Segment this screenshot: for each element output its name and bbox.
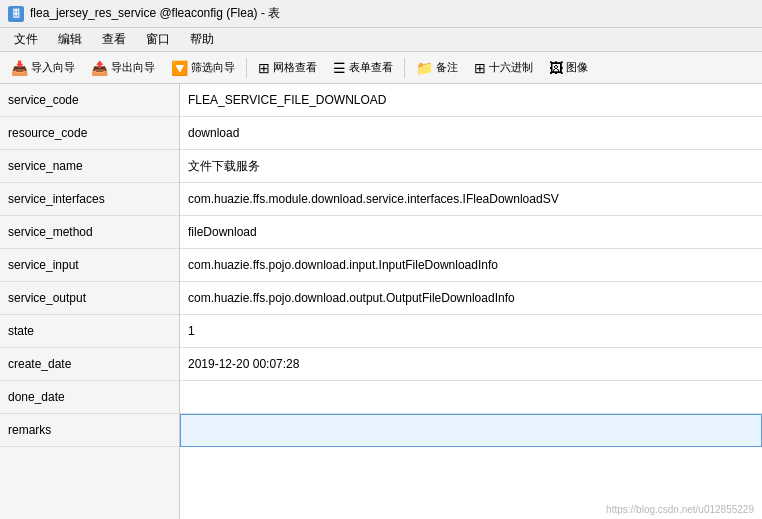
menu-bar: 文件编辑查看窗口帮助: [0, 28, 762, 52]
value-panel: [180, 84, 762, 519]
field-name-remarks: remarks: [0, 414, 179, 447]
toolbar-separator-1: [246, 58, 247, 78]
title-bar: 🗄 flea_jersey_res_service @fleaconfig (F…: [0, 0, 762, 28]
toolbar-btn-备注[interactable]: 📁备注: [409, 56, 465, 80]
menu-item-文件[interactable]: 文件: [4, 29, 48, 50]
field-name-create_date: create_date: [0, 348, 179, 381]
value-input-service_method[interactable]: [188, 225, 754, 239]
value-row-service_name[interactable]: [180, 150, 762, 183]
toolbar-icon-筛选向导: 🔽: [171, 60, 188, 76]
value-row-resource_code[interactable]: [180, 117, 762, 150]
value-row-remarks[interactable]: [180, 414, 762, 447]
value-input-service_code[interactable]: [188, 93, 754, 107]
value-input-done_date[interactable]: [188, 390, 754, 404]
toolbar-btn-网格查看[interactable]: ⊞网格查看: [251, 56, 324, 80]
toolbar: 📥导入向导📤导出向导🔽筛选向导⊞网格查看☰表单查看📁备注⊞十六进制🖼图像: [0, 52, 762, 84]
main-content: service_coderesource_codeservice_nameser…: [0, 84, 762, 519]
toolbar-btn-十六进制[interactable]: ⊞十六进制: [467, 56, 540, 80]
toolbar-label-表单查看: 表单查看: [349, 60, 393, 75]
value-input-service_name[interactable]: [188, 159, 754, 173]
value-input-resource_code[interactable]: [188, 126, 754, 140]
field-name-service_method: service_method: [0, 216, 179, 249]
toolbar-label-图像: 图像: [566, 60, 588, 75]
toolbar-label-网格查看: 网格查看: [273, 60, 317, 75]
field-name-service_output: service_output: [0, 282, 179, 315]
value-row-service_code[interactable]: [180, 84, 762, 117]
value-input-remarks[interactable]: [189, 424, 753, 438]
toolbar-label-导出向导: 导出向导: [111, 60, 155, 75]
toolbar-icon-备注: 📁: [416, 60, 433, 76]
value-row-service_output[interactable]: [180, 282, 762, 315]
field-name-service_name: service_name: [0, 150, 179, 183]
toolbar-icon-图像: 🖼: [549, 60, 563, 76]
value-row-service_input[interactable]: [180, 249, 762, 282]
toolbar-label-导入向导: 导入向导: [31, 60, 75, 75]
value-input-service_interfaces[interactable]: [188, 192, 754, 206]
value-input-service_input[interactable]: [188, 258, 754, 272]
field-name-done_date: done_date: [0, 381, 179, 414]
window-title: flea_jersey_res_service @fleaconfig (Fle…: [30, 5, 280, 22]
toolbar-icon-十六进制: ⊞: [474, 60, 486, 76]
toolbar-label-筛选向导: 筛选向导: [191, 60, 235, 75]
toolbar-btn-筛选向导[interactable]: 🔽筛选向导: [164, 56, 242, 80]
field-name-service_code: service_code: [0, 84, 179, 117]
value-row-create_date[interactable]: [180, 348, 762, 381]
field-name-service_interfaces: service_interfaces: [0, 183, 179, 216]
toolbar-btn-导出向导[interactable]: 📤导出向导: [84, 56, 162, 80]
toolbar-btn-表单查看[interactable]: ☰表单查看: [326, 56, 400, 80]
field-name-state: state: [0, 315, 179, 348]
toolbar-btn-导入向导[interactable]: 📥导入向导: [4, 56, 82, 80]
value-row-state[interactable]: [180, 315, 762, 348]
menu-item-编辑[interactable]: 编辑: [48, 29, 92, 50]
field-name-service_input: service_input: [0, 249, 179, 282]
toolbar-icon-网格查看: ⊞: [258, 60, 270, 76]
value-row-done_date[interactable]: [180, 381, 762, 414]
value-row-service_method[interactable]: [180, 216, 762, 249]
menu-item-帮助[interactable]: 帮助: [180, 29, 224, 50]
field-panel: service_coderesource_codeservice_nameser…: [0, 84, 180, 519]
toolbar-icon-表单查看: ☰: [333, 60, 346, 76]
app-icon: 🗄: [8, 6, 24, 22]
toolbar-label-备注: 备注: [436, 60, 458, 75]
menu-item-窗口[interactable]: 窗口: [136, 29, 180, 50]
value-row-service_interfaces[interactable]: [180, 183, 762, 216]
value-input-service_output[interactable]: [188, 291, 754, 305]
value-input-state[interactable]: [188, 324, 754, 338]
toolbar-icon-导入向导: 📥: [11, 60, 28, 76]
field-name-resource_code: resource_code: [0, 117, 179, 150]
value-input-create_date[interactable]: [188, 357, 754, 371]
toolbar-separator-2: [404, 58, 405, 78]
toolbar-label-十六进制: 十六进制: [489, 60, 533, 75]
toolbar-icon-导出向导: 📤: [91, 60, 108, 76]
toolbar-btn-图像[interactable]: 🖼图像: [542, 56, 595, 80]
watermark: https://blog.csdn.net/u012855229: [606, 504, 754, 515]
menu-item-查看[interactable]: 查看: [92, 29, 136, 50]
